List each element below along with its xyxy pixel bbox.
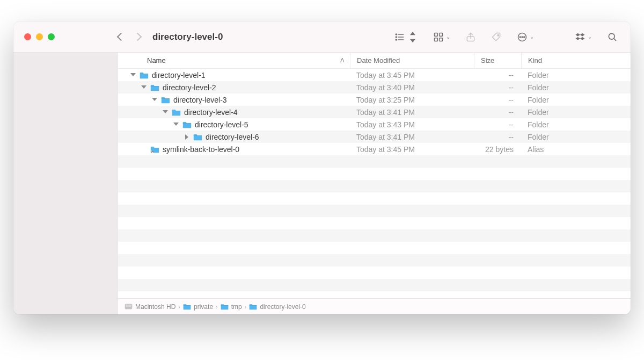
file-row[interactable]: directory-level-5Today at 3:43 PM--Folde… — [118, 118, 631, 131]
file-row[interactable]: directory-level-1Today at 3:45 PM--Folde… — [118, 69, 631, 81]
folder-icon — [193, 133, 202, 141]
file-list-pane: Name ᐱ Date Modified Size Kind directory… — [118, 53, 631, 314]
svg-rect-9 — [440, 38, 443, 41]
folder-icon — [183, 303, 191, 310]
folder-icon — [249, 303, 257, 310]
file-size: -- — [474, 120, 521, 129]
file-date: Today at 3:40 PM — [350, 83, 474, 92]
search-button[interactable] — [607, 32, 618, 42]
file-name: directory-level-6 — [206, 133, 259, 141]
svg-point-13 — [519, 37, 521, 38]
folder-icon — [172, 109, 181, 116]
file-name: directory-level-1 — [152, 71, 206, 80]
file-kind: Folder — [521, 96, 631, 104]
dropbox-button[interactable]: ⌄ — [575, 32, 592, 42]
file-kind: Folder — [521, 108, 631, 117]
file-name: directory-level-3 — [173, 96, 227, 104]
disclosure-triangle[interactable] — [141, 85, 146, 90]
toolbar-icons: ⌄ ⌄ — [394, 32, 631, 42]
path-segment[interactable]: directory-level-0 — [260, 303, 305, 311]
file-size: -- — [474, 96, 521, 104]
file-kind: Folder — [521, 71, 631, 80]
folder-icon — [182, 121, 192, 128]
disclosure-triangle[interactable] — [184, 134, 189, 140]
share-button[interactable] — [465, 32, 476, 42]
sort-indicator-icon: ᐱ — [340, 57, 345, 64]
svg-rect-19 — [126, 307, 131, 308]
path-segment[interactable]: Macintosh HD — [135, 303, 175, 311]
svg-point-14 — [522, 37, 523, 38]
nav-arrows — [118, 34, 141, 40]
chevron-right-icon: › — [245, 304, 247, 310]
column-header-size[interactable]: Size — [474, 53, 521, 68]
svg-point-4 — [396, 39, 397, 40]
file-row[interactable]: directory-level-6Today at 3:41 PM--Folde… — [118, 131, 631, 143]
folder-icon — [221, 303, 229, 310]
file-row[interactable]: directory-level-4Today at 3:41 PM--Folde… — [118, 106, 631, 118]
back-button[interactable] — [117, 33, 126, 41]
folder-icon — [150, 84, 159, 91]
svg-rect-8 — [435, 38, 438, 41]
tags-button[interactable] — [491, 32, 502, 42]
column-header-name[interactable]: Name ᐱ — [118, 56, 350, 64]
file-kind: Alias — [521, 145, 631, 154]
file-row[interactable]: directory-level-2Today at 3:40 PM--Folde… — [118, 81, 631, 93]
svg-point-0 — [396, 34, 397, 35]
file-size: -- — [474, 133, 521, 141]
sidebar — [13, 53, 118, 314]
disclosure-triangle[interactable] — [162, 110, 167, 115]
svg-rect-6 — [435, 33, 438, 36]
file-kind: Folder — [521, 133, 631, 141]
view-list-button[interactable] — [394, 32, 418, 42]
window-controls — [13, 33, 118, 40]
disk-icon — [125, 303, 133, 310]
file-size: -- — [474, 71, 521, 80]
finder-window: directory-level-0 ⌄ — [13, 21, 631, 314]
file-date: Today at 3:45 PM — [350, 71, 474, 80]
disclosure-triangle[interactable] — [173, 122, 178, 127]
file-size: -- — [474, 83, 521, 92]
file-row[interactable]: directory-level-3Today at 3:25 PM--Folde… — [118, 93, 631, 106]
titlebar: directory-level-0 ⌄ — [13, 21, 631, 53]
file-name: symlink-back-to-level-0 — [163, 145, 239, 154]
chevron-right-icon: › — [178, 304, 180, 310]
folder-icon — [140, 71, 149, 79]
file-kind: Folder — [521, 83, 631, 92]
disclosure-triangle[interactable] — [151, 97, 157, 103]
disclosure-triangle[interactable] — [130, 73, 135, 78]
path-bar: Macintosh HD›private›tmp›directory-level… — [118, 298, 631, 314]
file-date: Today at 3:45 PM — [350, 145, 474, 154]
file-size: 22 bytes — [474, 145, 521, 154]
window-title: directory-level-0 — [152, 32, 223, 42]
column-header-kind[interactable]: Kind — [521, 53, 631, 68]
chevron-right-icon: › — [216, 304, 218, 310]
file-name: directory-level-2 — [163, 83, 216, 92]
path-segment[interactable]: tmp — [231, 303, 242, 311]
file-size: -- — [474, 108, 521, 117]
file-date: Today at 3:43 PM — [350, 120, 474, 129]
file-date: Today at 3:41 PM — [350, 108, 474, 117]
alias-icon — [150, 146, 159, 153]
svg-point-11 — [497, 34, 499, 35]
svg-point-15 — [524, 37, 525, 38]
file-name: directory-level-4 — [184, 108, 238, 117]
file-row[interactable]: symlink-back-to-level-0Today at 3:45 PM2… — [118, 143, 631, 155]
folder-icon — [161, 96, 170, 104]
file-kind: Folder — [521, 120, 631, 129]
svg-point-2 — [396, 37, 397, 38]
group-by-button[interactable]: ⌄ — [433, 32, 450, 42]
path-segment[interactable]: private — [194, 303, 213, 311]
file-rows: directory-level-1Today at 3:45 PM--Folde… — [118, 69, 631, 298]
column-header-date[interactable]: Date Modified — [350, 53, 474, 68]
svg-rect-7 — [440, 33, 443, 36]
zoom-window-button[interactable] — [48, 33, 55, 40]
forward-button[interactable] — [134, 33, 142, 41]
minimize-window-button[interactable] — [36, 33, 43, 40]
column-headers: Name ᐱ Date Modified Size Kind — [118, 53, 631, 69]
file-date: Today at 3:41 PM — [350, 133, 474, 141]
file-date: Today at 3:25 PM — [350, 96, 474, 104]
action-menu-button[interactable]: ⌄ — [517, 32, 534, 42]
svg-line-17 — [614, 38, 616, 40]
file-name: directory-level-5 — [195, 120, 248, 129]
close-window-button[interactable] — [24, 33, 31, 40]
